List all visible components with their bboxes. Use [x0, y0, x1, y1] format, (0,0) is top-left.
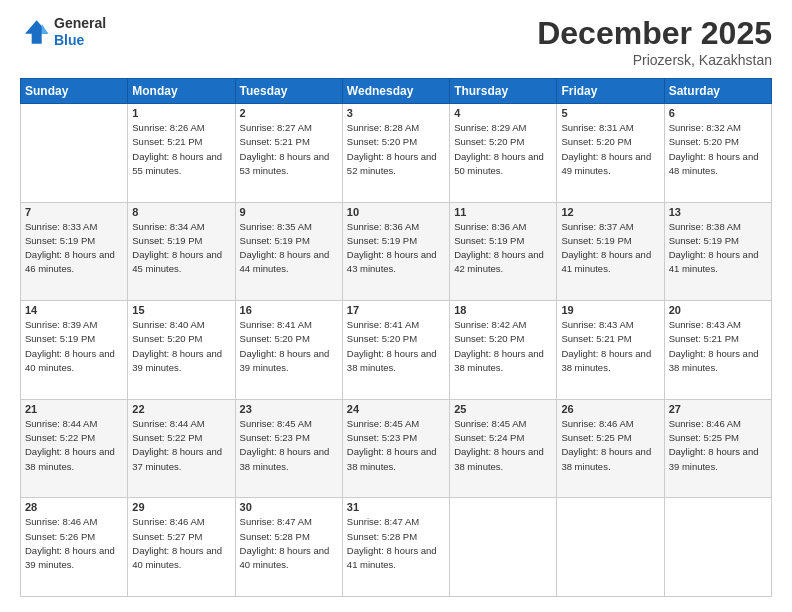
weekday-header-monday: Monday — [128, 79, 235, 104]
day-cell: 10 Sunrise: 8:36 AM Sunset: 5:19 PM Dayl… — [342, 202, 449, 301]
sunrise-text: Sunrise: 8:26 AM — [132, 121, 230, 135]
sunset-text: Sunset: 5:20 PM — [132, 332, 230, 346]
sunset-text: Sunset: 5:25 PM — [561, 431, 659, 445]
day-info: Sunrise: 8:42 AM Sunset: 5:20 PM Dayligh… — [454, 318, 552, 375]
sunrise-text: Sunrise: 8:34 AM — [132, 220, 230, 234]
sunrise-text: Sunrise: 8:43 AM — [669, 318, 767, 332]
day-number: 15 — [132, 304, 230, 316]
day-cell: 4 Sunrise: 8:29 AM Sunset: 5:20 PM Dayli… — [450, 104, 557, 203]
daylight-text: Daylight: 8 hours and 52 minutes. — [347, 150, 445, 179]
day-cell — [664, 498, 771, 597]
daylight-text: Daylight: 8 hours and 41 minutes. — [669, 248, 767, 277]
day-info: Sunrise: 8:32 AM Sunset: 5:20 PM Dayligh… — [669, 121, 767, 178]
sunrise-text: Sunrise: 8:36 AM — [454, 220, 552, 234]
sunrise-text: Sunrise: 8:45 AM — [240, 417, 338, 431]
sunrise-text: Sunrise: 8:45 AM — [454, 417, 552, 431]
day-cell: 20 Sunrise: 8:43 AM Sunset: 5:21 PM Dayl… — [664, 301, 771, 400]
sunrise-text: Sunrise: 8:46 AM — [669, 417, 767, 431]
sunset-text: Sunset: 5:21 PM — [132, 135, 230, 149]
day-info: Sunrise: 8:38 AM Sunset: 5:19 PM Dayligh… — [669, 220, 767, 277]
daylight-text: Daylight: 8 hours and 55 minutes. — [132, 150, 230, 179]
daylight-text: Daylight: 8 hours and 37 minutes. — [132, 445, 230, 474]
sunrise-text: Sunrise: 8:32 AM — [669, 121, 767, 135]
sunset-text: Sunset: 5:25 PM — [669, 431, 767, 445]
sunrise-text: Sunrise: 8:46 AM — [561, 417, 659, 431]
day-number: 7 — [25, 206, 123, 218]
daylight-text: Daylight: 8 hours and 39 minutes. — [132, 347, 230, 376]
daylight-text: Daylight: 8 hours and 41 minutes. — [347, 544, 445, 573]
svg-marker-1 — [42, 23, 49, 33]
week-row-1: 7 Sunrise: 8:33 AM Sunset: 5:19 PM Dayli… — [21, 202, 772, 301]
day-number: 6 — [669, 107, 767, 119]
sunset-text: Sunset: 5:19 PM — [240, 234, 338, 248]
day-cell — [21, 104, 128, 203]
sunrise-text: Sunrise: 8:41 AM — [240, 318, 338, 332]
day-number: 13 — [669, 206, 767, 218]
day-number: 14 — [25, 304, 123, 316]
day-info: Sunrise: 8:43 AM Sunset: 5:21 PM Dayligh… — [669, 318, 767, 375]
sunset-text: Sunset: 5:19 PM — [25, 332, 123, 346]
page: General Blue December 2025 Priozersk, Ka… — [0, 0, 792, 612]
day-number: 29 — [132, 501, 230, 513]
sunrise-text: Sunrise: 8:43 AM — [561, 318, 659, 332]
daylight-text: Daylight: 8 hours and 38 minutes. — [25, 445, 123, 474]
day-cell: 29 Sunrise: 8:46 AM Sunset: 5:27 PM Dayl… — [128, 498, 235, 597]
logo-icon — [20, 17, 50, 47]
sunrise-text: Sunrise: 8:37 AM — [561, 220, 659, 234]
daylight-text: Daylight: 8 hours and 38 minutes. — [347, 347, 445, 376]
day-cell: 31 Sunrise: 8:47 AM Sunset: 5:28 PM Dayl… — [342, 498, 449, 597]
sunrise-text: Sunrise: 8:33 AM — [25, 220, 123, 234]
sunset-text: Sunset: 5:20 PM — [347, 332, 445, 346]
sunset-text: Sunset: 5:19 PM — [454, 234, 552, 248]
day-cell: 21 Sunrise: 8:44 AM Sunset: 5:22 PM Dayl… — [21, 399, 128, 498]
sunrise-text: Sunrise: 8:35 AM — [240, 220, 338, 234]
sunrise-text: Sunrise: 8:40 AM — [132, 318, 230, 332]
day-info: Sunrise: 8:29 AM Sunset: 5:20 PM Dayligh… — [454, 121, 552, 178]
sunrise-text: Sunrise: 8:47 AM — [240, 515, 338, 529]
day-info: Sunrise: 8:27 AM Sunset: 5:21 PM Dayligh… — [240, 121, 338, 178]
day-cell: 30 Sunrise: 8:47 AM Sunset: 5:28 PM Dayl… — [235, 498, 342, 597]
calendar-table: SundayMondayTuesdayWednesdayThursdayFrid… — [20, 78, 772, 597]
day-info: Sunrise: 8:46 AM Sunset: 5:25 PM Dayligh… — [669, 417, 767, 474]
logo-text: General Blue — [54, 15, 106, 49]
day-cell: 9 Sunrise: 8:35 AM Sunset: 5:19 PM Dayli… — [235, 202, 342, 301]
sunrise-text: Sunrise: 8:46 AM — [132, 515, 230, 529]
sunset-text: Sunset: 5:22 PM — [132, 431, 230, 445]
daylight-text: Daylight: 8 hours and 39 minutes. — [240, 347, 338, 376]
daylight-text: Daylight: 8 hours and 38 minutes. — [240, 445, 338, 474]
daylight-text: Daylight: 8 hours and 38 minutes. — [454, 445, 552, 474]
day-number: 11 — [454, 206, 552, 218]
week-row-4: 28 Sunrise: 8:46 AM Sunset: 5:26 PM Dayl… — [21, 498, 772, 597]
sunset-text: Sunset: 5:28 PM — [347, 530, 445, 544]
day-number: 27 — [669, 403, 767, 415]
day-cell: 15 Sunrise: 8:40 AM Sunset: 5:20 PM Dayl… — [128, 301, 235, 400]
day-info: Sunrise: 8:46 AM Sunset: 5:25 PM Dayligh… — [561, 417, 659, 474]
subtitle: Priozersk, Kazakhstan — [537, 52, 772, 68]
sunset-text: Sunset: 5:21 PM — [240, 135, 338, 149]
day-info: Sunrise: 8:43 AM Sunset: 5:21 PM Dayligh… — [561, 318, 659, 375]
sunrise-text: Sunrise: 8:38 AM — [669, 220, 767, 234]
day-number: 3 — [347, 107, 445, 119]
daylight-text: Daylight: 8 hours and 38 minutes. — [454, 347, 552, 376]
daylight-text: Daylight: 8 hours and 45 minutes. — [132, 248, 230, 277]
sunrise-text: Sunrise: 8:45 AM — [347, 417, 445, 431]
day-info: Sunrise: 8:47 AM Sunset: 5:28 PM Dayligh… — [240, 515, 338, 572]
sunrise-text: Sunrise: 8:41 AM — [347, 318, 445, 332]
day-info: Sunrise: 8:44 AM Sunset: 5:22 PM Dayligh… — [132, 417, 230, 474]
sunrise-text: Sunrise: 8:44 AM — [132, 417, 230, 431]
sunrise-text: Sunrise: 8:39 AM — [25, 318, 123, 332]
sunrise-text: Sunrise: 8:44 AM — [25, 417, 123, 431]
day-info: Sunrise: 8:40 AM Sunset: 5:20 PM Dayligh… — [132, 318, 230, 375]
day-number: 16 — [240, 304, 338, 316]
daylight-text: Daylight: 8 hours and 44 minutes. — [240, 248, 338, 277]
daylight-text: Daylight: 8 hours and 42 minutes. — [454, 248, 552, 277]
day-cell: 25 Sunrise: 8:45 AM Sunset: 5:24 PM Dayl… — [450, 399, 557, 498]
daylight-text: Daylight: 8 hours and 50 minutes. — [454, 150, 552, 179]
weekday-header-row: SundayMondayTuesdayWednesdayThursdayFrid… — [21, 79, 772, 104]
day-info: Sunrise: 8:36 AM Sunset: 5:19 PM Dayligh… — [347, 220, 445, 277]
day-cell: 7 Sunrise: 8:33 AM Sunset: 5:19 PM Dayli… — [21, 202, 128, 301]
sunset-text: Sunset: 5:19 PM — [132, 234, 230, 248]
day-info: Sunrise: 8:36 AM Sunset: 5:19 PM Dayligh… — [454, 220, 552, 277]
sunset-text: Sunset: 5:19 PM — [347, 234, 445, 248]
day-info: Sunrise: 8:28 AM Sunset: 5:20 PM Dayligh… — [347, 121, 445, 178]
